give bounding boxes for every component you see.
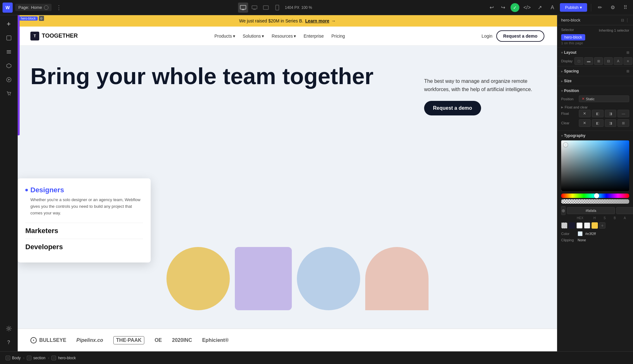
- breadcrumb-hero-block[interactable]: □ hero-block: [50, 356, 78, 360]
- display-none[interactable]: ≡: [624, 57, 632, 65]
- rs-actions: ⊟ ⋮: [621, 18, 629, 22]
- spacing-action-icon[interactable]: ⊞: [626, 69, 629, 73]
- swatch-light[interactable]: [584, 222, 590, 229]
- tablet-portrait-icon[interactable]: [272, 3, 282, 13]
- clear-both-button[interactable]: ⊞: [617, 119, 629, 127]
- breadcrumb-section[interactable]: □ section: [25, 356, 47, 360]
- rs-expand-icon[interactable]: ⊟: [621, 18, 624, 22]
- nav-link-products[interactable]: Products▾: [214, 34, 235, 39]
- w-logo[interactable]: W: [3, 3, 13, 13]
- hero-cta-button[interactable]: Request a demo: [424, 101, 481, 115]
- sidebar-components[interactable]: [3, 59, 15, 72]
- clear-right-button[interactable]: ◨: [605, 119, 617, 127]
- swatch-yellow[interactable]: [592, 222, 598, 229]
- pencil-tool[interactable]: ✏: [595, 3, 605, 13]
- hue-bar[interactable]: [561, 194, 629, 198]
- float-left-button[interactable]: ◧: [592, 110, 604, 117]
- redo-button[interactable]: ↪: [498, 3, 508, 13]
- popup-item-designers[interactable]: Designers Whether you're a solo designer…: [25, 186, 143, 216]
- swatch-white[interactable]: [576, 222, 583, 229]
- canvas-area[interactable]: hero-block ⚙ We just raised $20M in Seri…: [18, 15, 557, 351]
- eyedropper-button[interactable]: ⊕: [561, 206, 566, 215]
- nav-actions: Login Request a demo: [482, 30, 544, 42]
- color-gradient-picker[interactable]: [561, 140, 629, 191]
- site-logo[interactable]: T TOOGETHER: [30, 32, 78, 40]
- swatch-transparent[interactable]: [561, 222, 567, 229]
- selector-chip[interactable]: hero-block: [561, 34, 585, 40]
- export-button[interactable]: ↗: [535, 3, 545, 13]
- more-button[interactable]: ⋮: [54, 3, 64, 12]
- float-right-button[interactable]: ◨: [605, 110, 617, 117]
- size-title[interactable]: ▸ Size: [557, 76, 633, 86]
- sidebar-help[interactable]: ?: [3, 336, 15, 349]
- alpha-bar[interactable]: [561, 199, 629, 204]
- clipping-label: Clipping: [561, 238, 575, 242]
- brand-name-oe: OE: [154, 337, 162, 343]
- spacing-title[interactable]: ▸ Spacing ⊞: [557, 66, 633, 76]
- sidebar-layers[interactable]: [3, 46, 15, 58]
- sidebar-settings[interactable]: [3, 322, 15, 335]
- clear-x-button[interactable]: ✕: [579, 119, 591, 127]
- undo-button[interactable]: ↩: [486, 3, 497, 13]
- clear-left-button[interactable]: ◧: [592, 119, 604, 127]
- float-clear-divider: ▶ Float and clear: [561, 104, 629, 110]
- nav-link-solutions[interactable]: Solutions▾: [243, 34, 264, 39]
- float-none-button[interactable]: —: [617, 110, 629, 117]
- learn-more-link[interactable]: Learn more: [305, 18, 329, 23]
- nav-link-pricing[interactable]: Pricing: [331, 34, 345, 39]
- desktop-large-icon[interactable]: [238, 3, 248, 13]
- settings-tool[interactable]: ⚙: [608, 3, 618, 13]
- svg-point-13: [10, 95, 10, 96]
- swatch-add[interactable]: +: [599, 222, 605, 229]
- tablet-landscape-icon[interactable]: [261, 3, 271, 13]
- selector-section: Selector Inheriting 1 selector hero-bloc…: [557, 25, 633, 48]
- hero-block-settings-icon[interactable]: ⚙: [39, 16, 44, 21]
- nav-link-enterprise[interactable]: Enterprise: [304, 34, 324, 39]
- code-view-button[interactable]: </>: [522, 3, 532, 13]
- hex-input[interactable]: #fafafa: [567, 207, 615, 214]
- nav-link-resources[interactable]: Resources▾: [272, 34, 296, 39]
- position-title[interactable]: ▾ Position: [557, 86, 633, 96]
- bullet-icon: [25, 189, 28, 191]
- arrow-icon: →: [331, 18, 336, 23]
- layout-title[interactable]: ▾ Layout ⊞: [557, 48, 633, 57]
- popup-title-designers: Designers: [25, 186, 143, 194]
- nav-demo-button[interactable]: Request a demo: [496, 30, 544, 42]
- desktop-icon[interactable]: [249, 3, 260, 13]
- display-block[interactable]: □: [574, 57, 583, 65]
- float-x-button[interactable]: ✕: [579, 110, 591, 117]
- display-inline[interactable]: ⊟: [604, 57, 613, 65]
- display-text[interactable]: A: [614, 57, 623, 65]
- page-indicator[interactable]: Page: Home: [15, 4, 52, 11]
- size-section: ▸ Size: [557, 76, 633, 86]
- selector-label: Selector: [561, 28, 574, 32]
- layout-action-icon[interactable]: ⊞: [626, 51, 629, 55]
- display-flex[interactable]: ▬: [584, 57, 593, 65]
- publish-button[interactable]: Publish ▾: [560, 3, 587, 12]
- sidebar-media[interactable]: [3, 73, 15, 86]
- brand-name-2020inc: 2020INC: [172, 337, 192, 343]
- display-grid[interactable]: ⊞: [594, 57, 603, 65]
- sidebar-ecommerce[interactable]: [3, 87, 15, 100]
- position-type-value[interactable]: ✕ Static: [579, 96, 629, 102]
- sidebar-pages[interactable]: [3, 32, 15, 44]
- rs-more-icon[interactable]: ⋮: [625, 18, 629, 22]
- typography-title[interactable]: ▾ Typography: [557, 131, 633, 140]
- ai-button[interactable]: A: [547, 3, 557, 13]
- color-swatch-display[interactable]: [578, 231, 583, 236]
- login-button[interactable]: Login: [482, 34, 492, 39]
- breadcrumb-body-label: Body: [12, 356, 21, 360]
- preview-check[interactable]: ✓: [511, 3, 519, 12]
- popup-item-marketers[interactable]: Marketers: [25, 223, 143, 239]
- topbar: W Page: Home ⋮ 1404 PX 100 %: [0, 0, 633, 15]
- breadcrumb-body[interactable]: □ Body: [4, 356, 22, 360]
- sidebar-add[interactable]: +: [3, 18, 15, 30]
- dots-tool[interactable]: ⠿: [620, 3, 630, 13]
- arrow-2: ›: [48, 356, 49, 360]
- h-input[interactable]: 0: [616, 207, 633, 214]
- hero-title: Bring your whole team together: [30, 65, 411, 89]
- swatch-dark[interactable]: [569, 222, 575, 229]
- color-cursor[interactable]: [564, 143, 567, 147]
- popup-item-developers[interactable]: Developers: [25, 239, 143, 255]
- spacing-expand-icon: ▸: [561, 70, 563, 73]
